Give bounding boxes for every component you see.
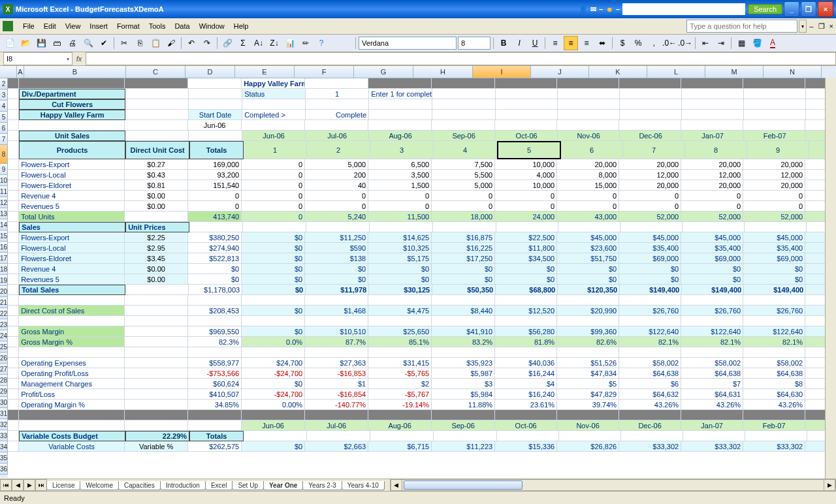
cell-D22[interactable]	[188, 295, 242, 306]
row-12[interactable]: 12	[0, 197, 8, 208]
row-22[interactable]: 22	[0, 308, 8, 319]
tab-license[interactable]: License	[46, 481, 80, 490]
align-center-icon[interactable]: ≡	[564, 36, 578, 50]
cell-I36[interactable]: $15,336	[495, 441, 557, 452]
cell-J6[interactable]	[557, 120, 619, 131]
cell-B34[interactable]	[19, 420, 125, 431]
cell-K5[interactable]	[620, 110, 682, 120]
cell-M25[interactable]: $122,640	[743, 326, 805, 337]
cell-K30[interactable]: $6	[619, 379, 681, 389]
cell-J14[interactable]: 43,000	[557, 212, 619, 222]
cell-B25[interactable]: Gross Margin	[19, 326, 125, 337]
cell-C32[interactable]	[125, 400, 188, 410]
row-31[interactable]: 31	[0, 408, 8, 419]
cell-A18[interactable]	[8, 253, 19, 264]
cell-K22[interactable]	[619, 295, 681, 306]
cell-L6[interactable]	[681, 120, 743, 131]
cell-G7[interactable]: Aug-06	[369, 131, 432, 141]
cell-E34[interactable]: Jun-06	[242, 420, 305, 431]
person-icon[interactable]: 👤	[579, 5, 588, 14]
cell-J29[interactable]: $47,834	[557, 368, 619, 379]
cell-B28[interactable]: Operating Expenses	[19, 358, 125, 368]
cell-M6[interactable]	[743, 120, 805, 131]
cell-J10[interactable]: 8,000	[557, 170, 619, 180]
cell-I6[interactable]	[495, 120, 557, 131]
cell-G9[interactable]: 6,500	[368, 159, 432, 170]
cell-I21[interactable]: $68,800	[496, 285, 558, 295]
cell-B12[interactable]: Revenue 4	[19, 191, 125, 201]
cell-E6[interactable]	[242, 120, 305, 131]
cell-C13[interactable]: $0.00	[125, 201, 188, 212]
cell-G32[interactable]: -19.14%	[368, 400, 432, 410]
merge-icon[interactable]: ⬌	[595, 36, 609, 50]
cell-B3[interactable]: Div./Department	[19, 89, 125, 99]
cell-L22[interactable]	[681, 295, 743, 306]
cell-I13[interactable]: 0	[495, 201, 557, 212]
spell-icon[interactable]: ✔	[97, 36, 111, 50]
cell-I18[interactable]: $34,500	[495, 253, 557, 264]
cell-L30[interactable]: $7	[681, 379, 743, 389]
cell-C27[interactable]	[125, 347, 188, 358]
cell-G10[interactable]: 3,500	[368, 170, 432, 180]
cell-K19[interactable]: $0	[619, 264, 681, 274]
cell-F25[interactable]: $10,510	[305, 326, 368, 337]
cell-J23[interactable]: $20,990	[557, 306, 619, 316]
cell-D3[interactable]	[189, 89, 242, 99]
cell-H18[interactable]: $17,250	[432, 253, 495, 264]
cell-B7[interactable]: Unit Sales	[19, 131, 125, 141]
cell-I7[interactable]: Oct-06	[496, 131, 558, 141]
cell-F27[interactable]	[305, 347, 368, 358]
cell-F34[interactable]: Jul-06	[305, 420, 368, 431]
cell-G31[interactable]: -$5,767	[368, 389, 432, 400]
cell-I25[interactable]: $56,280	[495, 326, 557, 337]
cell-H34[interactable]: Sep-06	[432, 420, 495, 431]
cell-M26[interactable]: 82.1%	[743, 337, 805, 347]
cell-H8[interactable]: 4	[434, 141, 497, 159]
cell-E28[interactable]: $24,700	[242, 358, 305, 368]
cell-J26[interactable]: 82.6%	[557, 337, 619, 347]
row-27[interactable]: 27	[0, 364, 8, 375]
cell-M17[interactable]: $35,400	[743, 243, 805, 253]
cell-I23[interactable]: $12,520	[495, 306, 557, 316]
cell-F15[interactable]	[306, 222, 370, 232]
cell-H10[interactable]: 5,500	[432, 170, 495, 180]
cell-L31[interactable]: $64,631	[681, 389, 743, 400]
cell-L18[interactable]: $69,000	[681, 253, 743, 264]
cell-D13[interactable]: 0	[188, 201, 242, 212]
cell-A19[interactable]	[8, 264, 19, 274]
col-B[interactable]: B	[24, 66, 126, 78]
cell-J25[interactable]: $99,360	[557, 326, 619, 337]
cell-B33[interactable]	[19, 410, 125, 420]
cell-F9[interactable]: 5,000	[305, 159, 368, 170]
paste-icon[interactable]: 📋	[148, 36, 163, 50]
align-right-icon[interactable]: ≡	[579, 36, 594, 50]
cell-G23[interactable]: $4,475	[368, 306, 432, 316]
cell-C33[interactable]	[125, 410, 188, 420]
row-29[interactable]: 29	[0, 386, 8, 397]
cell-F32[interactable]: -140.77%	[305, 400, 368, 410]
cell-D30[interactable]: $60,624	[188, 379, 242, 389]
cell-I33[interactable]	[495, 410, 557, 420]
cell-G21[interactable]: $30,125	[369, 285, 432, 295]
cell-C14[interactable]	[125, 212, 188, 222]
col-D[interactable]: D	[185, 66, 235, 78]
cell-F13[interactable]: 0	[305, 201, 368, 212]
cell-E4[interactable]	[242, 99, 306, 110]
new-icon[interactable]: 📄	[3, 36, 17, 50]
cell-C22[interactable]	[125, 295, 188, 306]
tab-first-icon[interactable]: ⏮	[0, 479, 12, 491]
cell-C15[interactable]: Unit Prices	[125, 222, 189, 232]
cell-E33[interactable]	[242, 410, 305, 420]
cell-M33[interactable]	[743, 410, 805, 420]
cell-J24[interactable]	[557, 316, 619, 326]
cell-J7[interactable]: Nov-06	[558, 131, 620, 141]
col-A[interactable]: A	[17, 66, 24, 78]
cell-B8[interactable]: Products	[19, 141, 125, 159]
cell-G16[interactable]: $14,625	[368, 232, 432, 243]
cell-D20[interactable]: $0	[188, 274, 242, 285]
cell-E19[interactable]: $0	[242, 264, 305, 274]
cell-M20[interactable]: $0	[743, 274, 805, 285]
cell-D19[interactable]: $0	[188, 264, 242, 274]
cell-A21[interactable]	[8, 285, 19, 295]
cell-K6[interactable]	[619, 120, 681, 131]
